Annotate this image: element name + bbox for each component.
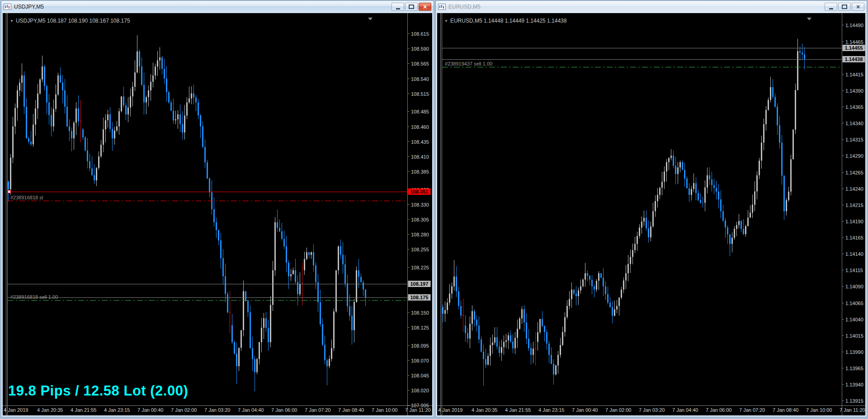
svg-text:7 Jan 04:40: 7 Jan 04:40 bbox=[672, 407, 698, 413]
restore-button[interactable] bbox=[838, 3, 851, 11]
titlebar-eurusd[interactable]: EURUSD,M5 × bbox=[436, 1, 867, 13]
svg-text:4 Jan 21:55: 4 Jan 21:55 bbox=[505, 407, 531, 413]
svg-text:1.14140: 1.14140 bbox=[845, 251, 863, 257]
svg-text:1.14415: 1.14415 bbox=[845, 72, 863, 77]
svg-text:7 Jan 06:00: 7 Jan 06:00 bbox=[271, 407, 297, 413]
chart-area-usdjpy[interactable]: #238916818 sl#238916818 sell 1.00108.615… bbox=[3, 13, 432, 415]
symbol-dropdown-icon[interactable]: ▼ bbox=[444, 19, 448, 23]
svg-text:108.125: 108.125 bbox=[411, 325, 429, 330]
close-button[interactable]: × bbox=[852, 3, 864, 11]
svg-text:4 Jan 20:35: 4 Jan 20:35 bbox=[472, 407, 498, 413]
line-handle bbox=[8, 190, 11, 193]
svg-text:7 Jan 10:00: 7 Jan 10:00 bbox=[806, 407, 832, 413]
ohlc-text: USDJPY,M5 108.187 108.190 108.167 108.17… bbox=[16, 18, 130, 24]
svg-text:108.255: 108.255 bbox=[411, 247, 429, 252]
svg-text:7 Jan 02:00: 7 Jan 02:00 bbox=[171, 407, 197, 413]
titlebar-usdjpy[interactable]: USDJPY,M5 × bbox=[1, 1, 434, 13]
svg-text:108.175: 108.175 bbox=[410, 295, 429, 300]
svg-text:1.14265: 1.14265 bbox=[845, 170, 863, 175]
minimize-button[interactable] bbox=[392, 3, 404, 11]
svg-text:1.14290: 1.14290 bbox=[845, 153, 863, 159]
chart-window-icon bbox=[4, 4, 11, 10]
svg-text:108.615: 108.615 bbox=[411, 31, 429, 37]
order-line-label: #238916818 sell 1.00 bbox=[10, 294, 58, 300]
candlestick-chart-usdjpy[interactable]: #238916818 sl#238916818 sell 1.00108.615… bbox=[3, 13, 432, 415]
chart-shift-marker bbox=[807, 18, 811, 20]
svg-text:4 Jan 23:15: 4 Jan 23:15 bbox=[104, 407, 130, 413]
svg-text:1.14090: 1.14090 bbox=[845, 284, 863, 289]
svg-text:108.460: 108.460 bbox=[411, 124, 429, 130]
time-axis[interactable]: 4 Jan 20194 Jan 20:354 Jan 21:554 Jan 23… bbox=[3, 406, 432, 413]
close-button[interactable]: × bbox=[419, 3, 431, 11]
svg-text:1.14490: 1.14490 bbox=[845, 23, 863, 28]
svg-text:108.540: 108.540 bbox=[411, 76, 429, 82]
svg-text:108.020: 108.020 bbox=[411, 388, 429, 393]
time-axis[interactable]: 4 Jan 20194 Jan 20:354 Jan 21:554 Jan 23… bbox=[437, 406, 865, 413]
window-title: EURUSD,M5 bbox=[448, 4, 825, 10]
ohlc-header: ▼USDJPY,M5 108.187 108.190 108.167 108.1… bbox=[10, 18, 130, 24]
svg-text:108.197: 108.197 bbox=[410, 281, 429, 287]
svg-text:7 Jan 03:20: 7 Jan 03:20 bbox=[204, 407, 231, 413]
client-edge-lines bbox=[441, 13, 442, 415]
svg-text:1.14190: 1.14190 bbox=[845, 219, 863, 224]
svg-text:108.095: 108.095 bbox=[411, 343, 429, 348]
svg-text:7 Jan 00:40: 7 Jan 00:40 bbox=[137, 407, 164, 413]
svg-text:7 Jan 11:20: 7 Jan 11:20 bbox=[405, 407, 431, 413]
svg-text:1.14115: 1.14115 bbox=[845, 268, 863, 273]
svg-text:1.14040: 1.14040 bbox=[845, 317, 863, 322]
svg-text:108.330: 108.330 bbox=[411, 202, 429, 207]
candles-layer bbox=[8, 35, 366, 391]
svg-text:108.485: 108.485 bbox=[411, 109, 429, 114]
svg-text:7 Jan 04:40: 7 Jan 04:40 bbox=[238, 407, 264, 413]
svg-text:108.590: 108.590 bbox=[411, 46, 429, 52]
svg-text:7 Jan 06:00: 7 Jan 06:00 bbox=[706, 407, 732, 413]
window-eurusd: EURUSD,M5 × #238919437 sell 1.001.144901… bbox=[435, 0, 867, 417]
svg-text:1.13940: 1.13940 bbox=[845, 382, 863, 387]
candlestick-chart-eurusd[interactable]: #238919437 sell 1.001.144901.144651.1444… bbox=[437, 13, 865, 415]
pips-overlay-text: 19.8 Pips / 12.58 Lot (2.00) bbox=[8, 383, 188, 399]
svg-text:1.14390: 1.14390 bbox=[845, 88, 863, 94]
ohlc-header: ▼EURUSD,M5 1.14448 1.14449 1.14425 1.144… bbox=[444, 18, 566, 24]
svg-text:4 Jan 21:55: 4 Jan 21:55 bbox=[71, 407, 97, 413]
chart-shift-marker bbox=[368, 18, 373, 20]
svg-text:1.14215: 1.14215 bbox=[845, 202, 863, 208]
window-usdjpy: USDJPY,M5 × #238916818 sl#238916818 sell… bbox=[1, 0, 434, 417]
client-edge-lines bbox=[6, 13, 8, 415]
svg-text:1.14065: 1.14065 bbox=[845, 301, 863, 306]
svg-text:7 Jan 10:00: 7 Jan 10:00 bbox=[372, 407, 398, 413]
symbol-dropdown-icon[interactable]: ▼ bbox=[10, 19, 14, 23]
svg-text:7 Jan 08:40: 7 Jan 08:40 bbox=[338, 407, 364, 413]
svg-text:7 Jan 07:20: 7 Jan 07:20 bbox=[305, 407, 331, 413]
svg-text:4 Jan 23:15: 4 Jan 23:15 bbox=[538, 407, 565, 413]
order-lines[interactable]: #238919437 sell 1.00 bbox=[442, 48, 842, 67]
price-axis[interactable]: 1.144901.144651.144401.144151.143901.143… bbox=[842, 13, 863, 415]
svg-text:108.070: 108.070 bbox=[411, 358, 429, 363]
svg-text:108.435: 108.435 bbox=[411, 139, 429, 145]
minimize-button[interactable] bbox=[825, 3, 837, 11]
svg-text:4 Jan 2019: 4 Jan 2019 bbox=[438, 407, 462, 413]
svg-text:1.14315: 1.14315 bbox=[845, 137, 863, 142]
svg-text:108.351: 108.351 bbox=[410, 189, 429, 194]
svg-text:7 Jan 02:00: 7 Jan 02:00 bbox=[605, 407, 632, 413]
svg-text:108.565: 108.565 bbox=[411, 61, 429, 66]
svg-text:1.13915: 1.13915 bbox=[845, 398, 863, 404]
svg-text:1.14365: 1.14365 bbox=[845, 104, 863, 110]
svg-text:4 Jan 20:35: 4 Jan 20:35 bbox=[37, 407, 63, 413]
svg-text:108.410: 108.410 bbox=[411, 154, 429, 160]
svg-text:4 Jan 2019: 4 Jan 2019 bbox=[4, 407, 28, 413]
order-line-label: #238916818 sl bbox=[10, 195, 43, 200]
svg-text:108.305: 108.305 bbox=[411, 217, 429, 222]
chart-window-icon bbox=[438, 4, 446, 10]
svg-text:7 Jan 11:20: 7 Jan 11:20 bbox=[840, 407, 865, 413]
svg-text:1.13990: 1.13990 bbox=[845, 349, 863, 355]
svg-text:108.280: 108.280 bbox=[411, 232, 429, 237]
candles-layer bbox=[442, 39, 805, 386]
axis-price-tags: 1.144551.14438 bbox=[843, 45, 865, 62]
restore-button[interactable] bbox=[405, 3, 418, 11]
window-title: USDJPY,M5 bbox=[14, 4, 392, 10]
svg-text:1.13965: 1.13965 bbox=[845, 366, 863, 371]
svg-text:1.14465: 1.14465 bbox=[845, 39, 863, 45]
price-axis[interactable]: 108.615108.590108.565108.540108.515108.4… bbox=[408, 13, 429, 415]
svg-text:1.14015: 1.14015 bbox=[845, 333, 863, 339]
chart-area-eurusd[interactable]: #238919437 sell 1.001.144901.144651.1444… bbox=[437, 13, 865, 415]
